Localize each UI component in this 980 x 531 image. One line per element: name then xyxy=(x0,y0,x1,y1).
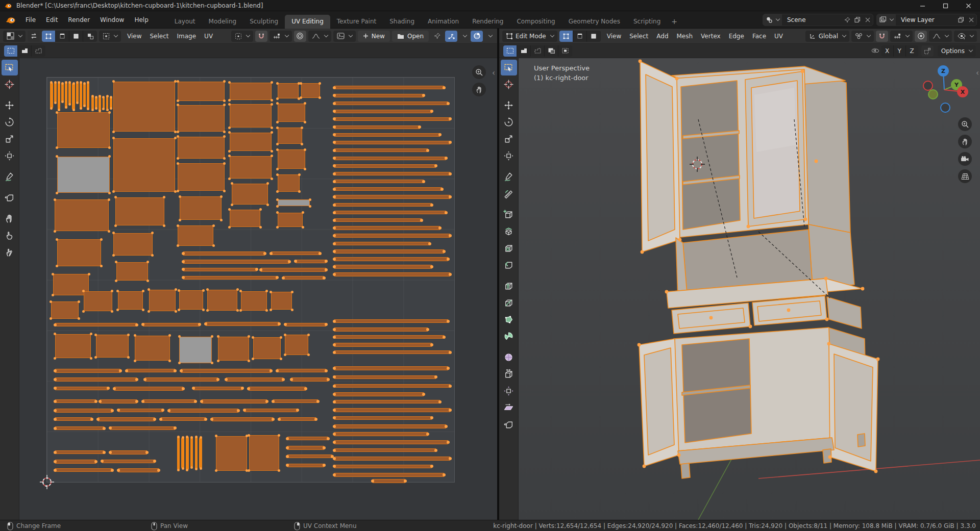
uv-vertex-dot[interactable] xyxy=(430,110,433,113)
uv-island[interactable] xyxy=(54,83,57,103)
uv-vertex-dot[interactable] xyxy=(78,317,80,320)
cupboard-mesh[interactable] xyxy=(519,58,980,520)
tool-move[interactable] xyxy=(501,97,517,113)
uv-vertex-dot[interactable] xyxy=(426,433,429,436)
uv-vertex-dot[interactable] xyxy=(270,369,273,372)
uv-vertex-dot[interactable] xyxy=(151,232,154,234)
view-layer-browse-icon[interactable] xyxy=(877,14,896,26)
uv-vertex-dot[interactable] xyxy=(447,441,450,444)
uv-vertex-dot[interactable] xyxy=(178,362,181,364)
uv-vertex-dot[interactable] xyxy=(237,409,240,412)
uv-vertex-dot[interactable] xyxy=(94,400,97,403)
uv-island[interactable] xyxy=(55,426,104,431)
uv-island[interactable] xyxy=(143,323,200,326)
new-view-layer-icon[interactable] xyxy=(956,14,966,26)
uv-vertex-dot[interactable] xyxy=(276,168,279,170)
uv-vertex-dot[interactable] xyxy=(236,288,239,291)
uv-vertex-dot[interactable] xyxy=(178,309,180,311)
uv-vertex-dot[interactable] xyxy=(272,400,275,403)
uv-island[interactable] xyxy=(65,83,67,108)
uv-island[interactable] xyxy=(334,157,446,161)
uv-vertex-dot[interactable] xyxy=(108,192,111,194)
uv-island[interactable] xyxy=(95,97,97,108)
uv-vertex-dot[interactable] xyxy=(276,369,279,372)
uv-vertex-dot[interactable] xyxy=(422,393,425,396)
uv-vertex-dot[interactable] xyxy=(333,157,336,160)
uv-vertex-dot[interactable] xyxy=(108,198,110,201)
uv-vertex-dot[interactable] xyxy=(278,434,280,437)
uv-vertex-dot[interactable] xyxy=(325,268,328,271)
uv-vertex-dot[interactable] xyxy=(110,107,112,110)
mesh-vertex-dot[interactable] xyxy=(874,470,878,473)
uv-vertex-dot[interactable] xyxy=(54,418,57,421)
uv-vertex-dot[interactable] xyxy=(200,467,202,470)
uv-vertex-dot[interactable] xyxy=(302,211,304,214)
uv-vertex-dot[interactable] xyxy=(179,219,181,221)
uv-vertex-dot[interactable] xyxy=(422,94,425,97)
uv-vertex-dot[interactable] xyxy=(177,224,179,227)
uv-vertex-dot[interactable] xyxy=(111,290,113,292)
uv-island[interactable] xyxy=(291,377,328,382)
minimize-button[interactable] xyxy=(911,0,934,11)
uv-vertex-dot[interactable] xyxy=(223,162,226,165)
uv-island[interactable] xyxy=(285,323,326,326)
uv-vertex-dot[interactable] xyxy=(80,107,82,110)
uv-vertex-dot[interactable] xyxy=(54,400,57,403)
uv-vertex-dot[interactable] xyxy=(318,252,322,255)
uv-vertex-dot[interactable] xyxy=(223,157,226,160)
uv-vertex-dot[interactable] xyxy=(100,265,103,267)
uv-vertex-dot[interactable] xyxy=(236,309,239,312)
uv-unit-square[interactable] xyxy=(47,78,454,482)
uv-vertex-dot[interactable] xyxy=(304,121,306,123)
uv-vertex-dot[interactable] xyxy=(333,416,336,419)
uv-vertex-dot[interactable] xyxy=(72,109,75,111)
tool-shrink-fatten[interactable] xyxy=(501,383,517,399)
uv-island[interactable] xyxy=(57,157,110,193)
uv-island[interactable] xyxy=(278,174,300,191)
uv-vertex-dot[interactable] xyxy=(276,276,279,279)
uv-vertex-dot[interactable] xyxy=(282,378,285,381)
uv-island[interactable] xyxy=(186,437,189,470)
uv-vertex-dot[interactable] xyxy=(318,82,321,85)
uv-island[interactable] xyxy=(373,479,405,483)
uv-vertex-dot[interactable] xyxy=(217,335,219,338)
mesh-vertex-dot[interactable] xyxy=(801,70,804,73)
tool-measure[interactable] xyxy=(501,186,517,201)
uv-island[interactable] xyxy=(278,128,302,144)
uv-vertex-dot[interactable] xyxy=(445,425,448,428)
tool-add-cube[interactable] xyxy=(501,207,517,222)
uv-island[interactable] xyxy=(72,83,75,110)
uv-vertex-dot[interactable] xyxy=(111,310,113,313)
uv-vertex-dot[interactable] xyxy=(54,409,57,412)
tool-shear[interactable] xyxy=(501,400,517,416)
uv-island[interactable] xyxy=(178,225,213,246)
mesh-face[interactable] xyxy=(754,88,796,152)
navigation-gizmo[interactable]: ZYX xyxy=(919,62,972,115)
uv-vertex-dot[interactable] xyxy=(333,234,336,237)
uv-vertex-dot[interactable] xyxy=(114,224,117,227)
uv-island[interactable] xyxy=(55,334,91,359)
uv-vertex-dot[interactable] xyxy=(106,95,109,97)
uv-island[interactable] xyxy=(183,251,265,256)
uv-vertex-dot[interactable] xyxy=(143,378,146,381)
uv-vertex-dot[interactable] xyxy=(50,317,52,320)
uv-vertex-dot[interactable] xyxy=(291,291,293,293)
uv-overlays-dropdown[interactable] xyxy=(485,31,494,42)
uv-vertex-dot[interactable] xyxy=(212,224,215,227)
menu-file[interactable]: File xyxy=(20,14,41,26)
uv-vertex-dot[interactable] xyxy=(100,238,103,241)
uv-island[interactable] xyxy=(55,199,109,231)
uv-vertex-dot[interactable] xyxy=(58,81,60,84)
uv-island[interactable] xyxy=(55,450,104,454)
uv-island[interactable] xyxy=(271,251,320,255)
uv-vertex-dot[interactable] xyxy=(333,149,336,152)
uv-vertex-dot[interactable] xyxy=(276,190,279,193)
uv-island[interactable] xyxy=(334,335,444,339)
uv-vertex-dot[interactable] xyxy=(50,107,53,110)
uv-vertex-dot[interactable] xyxy=(175,288,177,291)
uv-vertex-dot[interactable] xyxy=(333,180,336,183)
viewport-menu-add[interactable]: Add xyxy=(652,31,672,41)
uv-vertex-dot[interactable] xyxy=(110,96,112,98)
uv-island[interactable] xyxy=(55,417,92,421)
mesh-vertex-dot[interactable] xyxy=(639,60,642,63)
